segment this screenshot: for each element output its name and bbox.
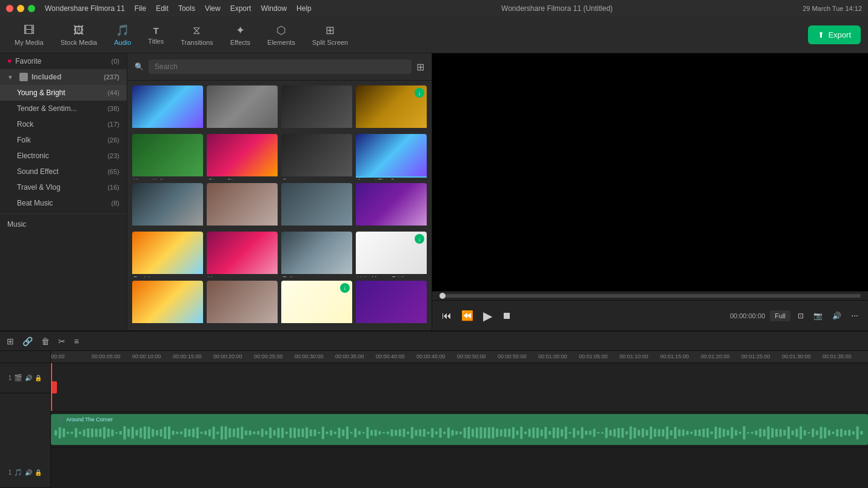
nav-effects[interactable]: ✦ Effects bbox=[223, 20, 258, 50]
fullscreen-button[interactable] bbox=[28, 5, 35, 12]
media-card[interactable]: Feet On W...d Moment bbox=[207, 183, 278, 228]
sidebar-cat-folk[interactable]: Folk (26) bbox=[0, 132, 127, 148]
svg-rect-66 bbox=[322, 427, 324, 440]
screenshot-button[interactable]: 📷 bbox=[811, 309, 825, 323]
media-card-label: Someone bbox=[281, 176, 352, 179]
media-card-label: Happy Hall bbox=[132, 176, 203, 179]
svg-rect-11 bbox=[99, 429, 101, 437]
nav-my-media[interactable]: 🎞 My Media bbox=[7, 21, 51, 50]
audio-clip[interactable]: 🎵 Around The Corner /* waveform bars ren… bbox=[51, 414, 868, 445]
link-button[interactable]: 🔗 bbox=[21, 335, 35, 348]
media-card[interactable]: Silk bbox=[356, 183, 427, 228]
stop-button[interactable]: ⏹ bbox=[499, 308, 514, 324]
media-card[interactable]: Feel the summer bbox=[132, 232, 203, 276]
media-card[interactable]: ↓Friends on the way bbox=[356, 85, 427, 130]
media-card[interactable] bbox=[356, 281, 427, 326]
media-card[interactable]: Chapter bbox=[281, 85, 352, 130]
add-track-button[interactable]: ⊞ bbox=[5, 335, 16, 348]
menu-help[interactable]: Help bbox=[296, 4, 312, 13]
menu-tools[interactable]: Tools bbox=[178, 4, 195, 13]
menu-view[interactable]: View bbox=[205, 4, 221, 13]
media-thumb bbox=[281, 134, 352, 176]
video-track-mute[interactable]: 🔊 bbox=[25, 375, 32, 381]
sidebar-cat-tender[interactable]: Tender & Sentim... (38) bbox=[0, 101, 127, 116]
stock-media-icon: 🖼 bbox=[73, 24, 84, 37]
media-card[interactable]: Flow Free bbox=[132, 85, 203, 130]
favorite-count: (0) bbox=[112, 58, 119, 65]
media-card[interactable]: ↓Little Maps - Eddie bbox=[356, 232, 427, 276]
sidebar-cat-beat-music[interactable]: Beat Music (8) bbox=[0, 195, 127, 211]
delete-button[interactable]: 🗑 bbox=[39, 335, 52, 348]
nav-elements[interactable]: ⬡ Elements bbox=[260, 20, 302, 50]
video-track-lock[interactable]: 🔒 bbox=[35, 375, 42, 381]
nav-stock-media[interactable]: 🖼 Stock Media bbox=[53, 21, 105, 50]
sidebar-cat-young-bright[interactable]: Young & Bright (44) bbox=[0, 85, 127, 101]
media-card[interactable]: Someone bbox=[281, 134, 352, 179]
sidebar-music[interactable]: Music bbox=[0, 216, 127, 232]
grid-toggle-icon[interactable]: ⊞ bbox=[416, 61, 424, 73]
media-card[interactable] bbox=[207, 281, 278, 326]
preview-seekbar[interactable] bbox=[439, 294, 861, 298]
media-card-label: Feet On W...d Moment bbox=[207, 226, 278, 228]
split-button[interactable]: ✂ bbox=[56, 335, 67, 348]
nav-titles[interactable]: T Titles bbox=[141, 22, 171, 48]
svg-rect-189 bbox=[820, 427, 823, 439]
nav-audio[interactable]: 🎵 Audio bbox=[107, 20, 138, 50]
media-card[interactable]: Name of t..d - Motions bbox=[132, 183, 203, 228]
skip-back-button[interactable]: ⏮ bbox=[439, 308, 454, 324]
menu-file[interactable]: File bbox=[135, 4, 146, 13]
sidebar-cat-travel-vlog[interactable]: Travel & Vlog (16) bbox=[0, 179, 127, 195]
sidebar-cat-rock[interactable]: Rock (17) bbox=[0, 116, 127, 132]
more-button[interactable]: ⋯ bbox=[849, 309, 861, 323]
media-thumb bbox=[207, 85, 278, 128]
nav-items: 🎞 My Media 🖼 Stock Media 🎵 Audio T Title… bbox=[7, 20, 808, 50]
export-button[interactable]: ⬆ Export bbox=[808, 25, 861, 44]
audio-track-lock[interactable]: 🔒 bbox=[35, 469, 42, 476]
ruler-label: 00:00:20:00 bbox=[213, 353, 242, 359]
svg-rect-150 bbox=[662, 429, 664, 436]
sidebar-item-favorite[interactable]: ♥ Favorite (0) bbox=[0, 53, 127, 69]
media-card[interactable] bbox=[132, 281, 203, 326]
more-tools-button[interactable]: ≡ bbox=[72, 335, 81, 348]
nav-split-screen[interactable]: ⊞ Split Screen bbox=[305, 20, 355, 50]
media-card[interactable]: Epilogue bbox=[281, 232, 352, 276]
step-back-button[interactable]: ⏪ bbox=[459, 307, 476, 324]
sidebar-item-included[interactable]: ▼ Included (237) bbox=[0, 69, 127, 85]
zoom-select[interactable]: Full bbox=[770, 310, 790, 321]
svg-rect-41 bbox=[221, 426, 223, 440]
svg-rect-51 bbox=[261, 429, 264, 436]
svg-rect-155 bbox=[682, 429, 684, 436]
media-card[interactable]: Mark Trac...Born Twice bbox=[281, 183, 352, 228]
menu-edit[interactable]: Edit bbox=[156, 4, 169, 13]
close-button[interactable] bbox=[6, 5, 13, 12]
media-card[interactable]: Verve bbox=[207, 232, 278, 276]
video-track-lane[interactable] bbox=[51, 363, 868, 412]
svg-rect-115 bbox=[520, 427, 522, 439]
audio-track-mute[interactable]: 🔊 bbox=[25, 469, 32, 476]
media-card[interactable]: Around The Corner bbox=[356, 134, 427, 179]
search-input[interactable] bbox=[149, 59, 412, 74]
media-card[interactable]: ↓ bbox=[281, 281, 352, 326]
svg-rect-50 bbox=[257, 431, 259, 435]
media-card[interactable]: Circus Clown bbox=[207, 134, 278, 179]
fit-button[interactable]: ⊡ bbox=[795, 309, 806, 323]
sidebar-cat-electronic[interactable]: Electronic (23) bbox=[0, 148, 127, 164]
nav-transitions[interactable]: ⧖ Transitions bbox=[173, 21, 220, 50]
cat-folk-count: (26) bbox=[107, 136, 119, 144]
menu-window[interactable]: Window bbox=[261, 4, 287, 13]
svg-rect-139 bbox=[618, 428, 620, 438]
minimize-button[interactable] bbox=[17, 5, 24, 12]
traffic-lights[interactable] bbox=[6, 5, 35, 12]
volume-button[interactable]: 🔊 bbox=[830, 309, 844, 323]
menu-export[interactable]: Export bbox=[230, 4, 252, 13]
play-button[interactable]: ▶ bbox=[481, 306, 495, 326]
svg-rect-65 bbox=[318, 432, 320, 433]
search-bar: 🔍 ⊞ bbox=[127, 53, 432, 81]
audio-track-lane[interactable]: 🎵 Around The Corner /* waveform bars ren… bbox=[51, 412, 868, 448]
media-card[interactable]: Likes bbox=[207, 85, 278, 130]
sidebar-cat-sound-effect[interactable]: Sound Effect (65) bbox=[0, 164, 127, 179]
media-card[interactable]: Happy Hall bbox=[132, 134, 203, 179]
svg-rect-77 bbox=[366, 427, 369, 439]
timeline-tracks[interactable]: 00:0000:00:05:0000:00:10:0000:00:15:0000… bbox=[51, 351, 868, 488]
svg-rect-182 bbox=[792, 430, 794, 435]
